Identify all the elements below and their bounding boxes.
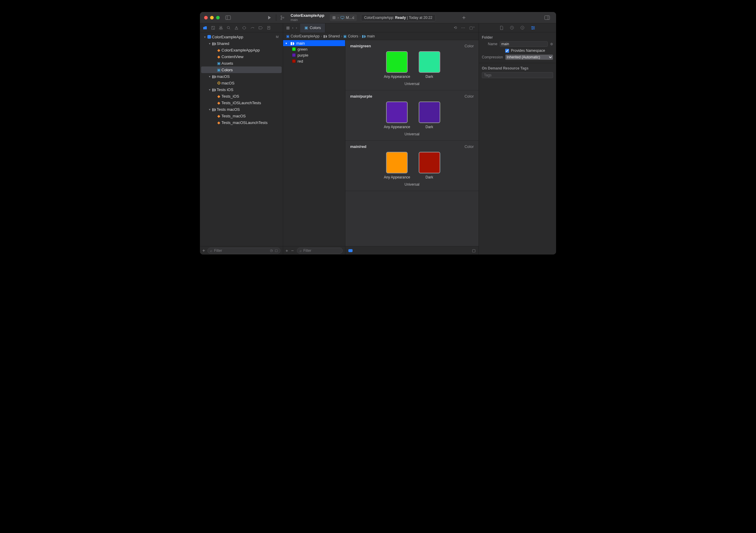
tag-chip[interactable] xyxy=(348,249,353,252)
swatch-purple-any[interactable]: Any Appearance xyxy=(384,101,410,129)
breadcrumb-bar[interactable]: ▣ ColorExampleApp › ▮◗ Shared › ▣ Colors… xyxy=(283,32,478,40)
tab-colors[interactable]: ▣ Colors xyxy=(300,23,326,32)
editor-options-button[interactable]: ⋯ xyxy=(461,25,465,30)
chevron-down-icon[interactable]: ▾ xyxy=(208,108,211,111)
run-button[interactable] xyxy=(265,14,274,21)
crumb-colors[interactable]: Colors xyxy=(348,34,358,38)
color-swatch[interactable] xyxy=(419,51,440,73)
chevron-down-icon[interactable]: ▾ xyxy=(208,75,211,78)
history-inspector-tab[interactable] xyxy=(510,26,514,30)
find-navigator-tab[interactable] xyxy=(227,26,230,30)
branch-indicator[interactable]: ColorExampleApp main xyxy=(291,14,324,22)
navigator-filter-field[interactable]: ⌕ Filter ◷ ▢ xyxy=(207,248,281,254)
inspector-body: Folder Name ⊕ Provides Namespace Compres… xyxy=(479,32,556,81)
asset-item-green[interactable]: green xyxy=(283,46,345,52)
library-button[interactable] xyxy=(543,14,551,21)
back-button[interactable]: ‹ xyxy=(292,25,293,30)
swatch-purple-dark[interactable]: Dark xyxy=(419,101,440,129)
color-swatch[interactable] xyxy=(386,152,408,173)
source-control-icon[interactable] xyxy=(278,14,286,21)
file-label: Colors xyxy=(222,68,233,72)
crumb-project[interactable]: ColorExampleApp xyxy=(291,34,320,38)
file-app-row[interactable]: ◆ ColorExampleAppApp xyxy=(201,47,282,53)
color-set-purple[interactable]: main/purple Color Any Appearance xyxy=(345,91,478,141)
group-tests-ios-row[interactable]: ▾ ▮◗ Tests iOS xyxy=(201,86,282,93)
toggle-navigator-button[interactable] xyxy=(224,14,232,21)
scm-filter-icon[interactable]: ▢ xyxy=(275,248,278,252)
device-view-button[interactable]: ▢ xyxy=(472,248,475,253)
swatch-red-dark[interactable]: Dark xyxy=(419,152,440,179)
xcode-window: ColorExampleApp main › M…c ColorExampleA… xyxy=(200,12,556,255)
chevron-down-icon[interactable]: ▾ xyxy=(203,35,206,39)
add-editor-button[interactable]: ▢⁺ xyxy=(469,25,475,30)
swatch-green-dark[interactable]: Dark xyxy=(419,51,440,79)
group-tests-macos-row[interactable]: ▾ ▮◗ Tests macOS xyxy=(201,106,282,113)
svg-rect-17 xyxy=(221,28,223,30)
file-tests-macos-row[interactable]: ◆ Tests_macOS xyxy=(201,113,282,119)
close-window-button[interactable] xyxy=(204,16,208,19)
swatch-green-any[interactable]: Any Appearance xyxy=(384,51,410,79)
asset-filter-field[interactable]: ⌕ Filter xyxy=(297,248,343,254)
color-swatch[interactable] xyxy=(386,101,408,123)
forward-button[interactable]: › xyxy=(296,25,297,30)
asset-item-purple[interactable]: purple xyxy=(283,52,345,58)
group-label: Tests macOS xyxy=(217,107,240,112)
color-swatch[interactable] xyxy=(419,152,440,173)
color-swatch[interactable] xyxy=(386,51,408,73)
swatch-red-any[interactable]: Any Appearance xyxy=(384,152,410,179)
help-inspector-tab[interactable]: ? xyxy=(521,26,524,30)
name-field[interactable] xyxy=(500,41,548,47)
project-navigator-tab[interactable] xyxy=(203,26,207,30)
file-tests-macos-launch-row[interactable]: ◆ Tests_macOSLaunchTests xyxy=(201,119,282,126)
file-contentview-row[interactable]: ◆ ContentView xyxy=(201,53,282,60)
symbol-navigator-tab[interactable] xyxy=(219,26,223,30)
issue-navigator-tab[interactable] xyxy=(235,26,238,30)
file-tests-ios-launch-row[interactable]: ◆ Tests_iOSLaunchTests xyxy=(201,99,282,106)
source-control-navigator-tab[interactable] xyxy=(211,26,215,30)
debug-navigator-tab[interactable] xyxy=(250,26,255,30)
report-navigator-tab[interactable] xyxy=(267,26,271,30)
filter-icon: ⌕ xyxy=(300,248,302,253)
related-items-button[interactable]: ▦ xyxy=(286,25,290,30)
svg-marker-28 xyxy=(259,27,262,29)
asset-item-label: green xyxy=(297,47,307,51)
filter-icon: ⌕ xyxy=(210,248,212,253)
recent-files-icon[interactable]: ◷ xyxy=(270,248,273,252)
chevron-down-icon[interactable]: ▾ xyxy=(208,42,211,45)
minimize-window-button[interactable] xyxy=(210,16,214,19)
asset-item-red[interactable]: red xyxy=(283,58,345,64)
asset-folder-main[interactable]: ▾ ▮◗ main xyxy=(283,40,345,46)
chevron-down-icon[interactable]: ▾ xyxy=(285,42,288,45)
file-colors-row[interactable]: ▣ Colors xyxy=(201,67,282,73)
color-set-green[interactable]: main/green Color Any Appearance xyxy=(345,40,478,91)
group-shared-row[interactable]: ▾ ▮◗ Shared xyxy=(201,40,282,47)
file-inspector-tab[interactable] xyxy=(500,26,503,30)
test-navigator-tab[interactable] xyxy=(242,26,246,30)
project-tree[interactable]: ▾ ColorExampleApp M ▾ ▮◗ Shared ◆ ColorE… xyxy=(200,32,283,246)
tags-field[interactable]: Tags xyxy=(482,72,553,78)
group-macos-row[interactable]: ▾ ▮◗ macOS xyxy=(201,73,282,80)
activity-status[interactable]: ColorExampleApp: Ready | Today at 20:22 xyxy=(361,14,436,21)
crumb-shared[interactable]: Shared xyxy=(328,34,340,38)
provides-namespace-checkbox[interactable] xyxy=(505,49,509,53)
compression-select[interactable]: Inherited (Automatic) xyxy=(505,54,553,60)
clear-icon[interactable]: ⊕ xyxy=(550,42,553,46)
color-swatch[interactable] xyxy=(419,101,440,123)
zoom-window-button[interactable] xyxy=(216,16,220,19)
status-prefix: ColorExampleApp: xyxy=(364,15,394,20)
breakpoint-navigator-tab[interactable] xyxy=(258,26,263,29)
add-asset-button[interactable]: + xyxy=(285,248,288,253)
add-button[interactable] xyxy=(460,14,468,21)
remove-asset-button[interactable]: − xyxy=(291,248,294,253)
file-assets-row[interactable]: ▣ Assets xyxy=(201,60,282,67)
crumb-main[interactable]: main xyxy=(367,34,375,38)
add-file-button[interactable]: + xyxy=(202,248,205,253)
file-tests-ios-row[interactable]: ◆ Tests_iOS xyxy=(201,93,282,99)
refresh-button[interactable]: ⟲ xyxy=(454,25,457,30)
scheme-selector[interactable]: › M…c xyxy=(330,14,357,21)
color-set-red[interactable]: main/red Color Any Appearance xyxy=(345,141,478,191)
attributes-inspector-tab[interactable] xyxy=(531,26,535,30)
target-macos-row[interactable]: ✪ macOS xyxy=(201,80,282,86)
project-root-row[interactable]: ▾ ColorExampleApp M xyxy=(201,34,282,40)
chevron-down-icon[interactable]: ▾ xyxy=(208,88,211,91)
